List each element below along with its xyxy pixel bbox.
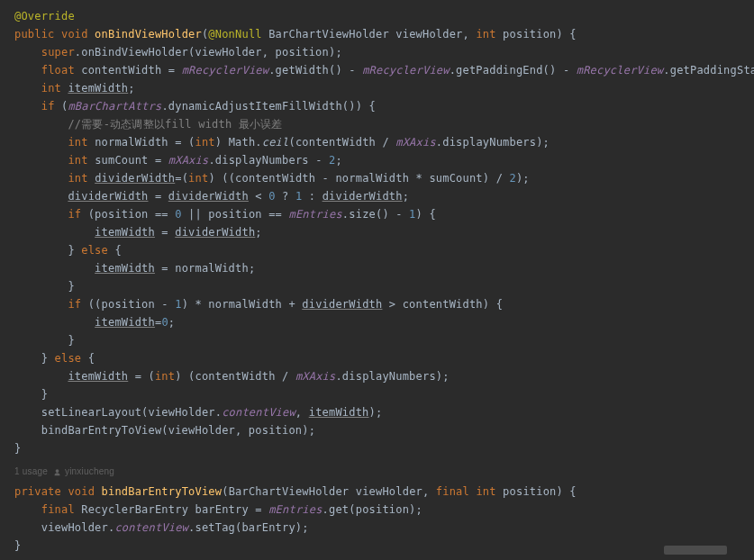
call: .get(position);	[322, 503, 422, 516]
code-line[interactable]: private void bindBarEntryToView(BarChart…	[14, 483, 754, 501]
text: ) {	[416, 208, 436, 221]
code-line[interactable]: bindBarEntryToView(viewHolder, position)…	[14, 421, 754, 439]
code-line[interactable]: }	[14, 277, 754, 295]
field: mXAxis	[395, 136, 436, 149]
brace: {	[81, 352, 95, 365]
var: itemWidth	[95, 262, 155, 275]
person-icon	[53, 468, 61, 476]
code-line[interactable]: viewHolder.contentView.setTag(barEntry);	[14, 519, 754, 537]
var: itemWidth	[309, 406, 369, 419]
code-line[interactable]: itemWidth = (int) (contentWidth / mXAxis…	[14, 367, 754, 385]
code-line[interactable]: } else {	[14, 349, 754, 367]
param: viewHolder	[395, 28, 462, 41]
author-name: yinxiucheng	[65, 466, 114, 476]
type: BarChartViewHolder	[229, 485, 350, 498]
field: contentView	[222, 406, 295, 419]
code-line[interactable]: int itemWidth;	[14, 79, 754, 97]
code-line[interactable]: dividerWidth = dividerWidth < 0 ? 1 : di…	[14, 187, 754, 205]
op: =	[155, 226, 175, 239]
text: viewHolder.	[41, 521, 115, 534]
number: 0	[268, 190, 275, 203]
type: BarChartViewHolder	[268, 28, 389, 41]
semi: );	[516, 172, 530, 185]
brace: }	[41, 352, 55, 365]
brace: }	[14, 442, 21, 455]
op: =(	[175, 172, 188, 185]
brace: }	[14, 539, 21, 552]
code-line[interactable]: @Override	[14, 7, 754, 25]
keyword: if	[68, 208, 81, 221]
code-line[interactable]: if ((position - 1) * normalWidth + divid…	[14, 295, 754, 313]
usage-count: 1 usage	[14, 466, 48, 476]
number: 1	[175, 298, 181, 311]
call: .getWidth() -	[268, 64, 362, 77]
var: normalWidth	[95, 136, 168, 149]
text: = normalWidth;	[155, 262, 255, 275]
text: ) * normalWidth +	[182, 298, 303, 311]
text: ) ((contentWidth - normalWidth * sumCoun…	[208, 172, 509, 185]
var: contentWidth	[81, 64, 161, 77]
var: dividerWidth	[95, 172, 175, 185]
code-line[interactable]: //需要-动态调整以fill width 最小误差	[14, 115, 754, 133]
comment: //需要-动态调整以fill width 最小误差	[68, 118, 282, 131]
method-name: onBindViewHolder	[95, 28, 202, 41]
semi: ;	[128, 82, 134, 95]
args: (contentWidth /	[288, 136, 395, 149]
param: position	[503, 28, 556, 41]
code-line[interactable]: itemWidth = dividerWidth;	[14, 223, 754, 241]
var: dividerWidth	[168, 190, 249, 203]
number: 0	[175, 208, 181, 221]
number: 0	[161, 316, 168, 329]
number: 1	[409, 208, 415, 221]
paren: (	[55, 100, 68, 113]
keyword: public void	[14, 28, 88, 41]
op: = (	[128, 370, 155, 383]
param-annotation: @NonNull	[208, 28, 261, 41]
code-line[interactable]: public void onBindViewHolder(@NonNull Ba…	[14, 25, 754, 43]
code-line[interactable]: itemWidth=0;	[14, 313, 754, 331]
op: || position ==	[182, 208, 289, 221]
code-line[interactable]: } else {	[14, 241, 754, 259]
param: position	[503, 485, 556, 498]
code-line[interactable]: if (mBarChartAttrs.dynamicAdjustItemFill…	[14, 97, 754, 115]
var: barEntry	[195, 503, 249, 516]
code-line[interactable]: }	[14, 537, 754, 555]
code-line[interactable]: int normalWidth = (int) Math.ceil(conten…	[14, 133, 754, 151]
field: mRecyclerView	[182, 64, 269, 77]
code-line[interactable]: float contentWidth = mRecyclerView.getWi…	[14, 61, 754, 79]
static-call: ceil	[262, 136, 289, 149]
keyword: else	[55, 352, 82, 365]
call: bindBarEntryToView(viewHolder, position)…	[41, 424, 315, 437]
code-line[interactable]: int dividerWidth=(int) ((contentWidth - …	[14, 169, 754, 187]
code-line[interactable]: int sumCount = mXAxis.displayNumbers - 2…	[14, 151, 754, 169]
code-line[interactable]: }	[14, 331, 754, 349]
keyword: else	[81, 244, 108, 257]
brace: }	[68, 244, 81, 257]
call: setLinearLayout(viewHolder.	[41, 406, 222, 419]
code-line[interactable]: itemWidth = normalWidth;	[14, 259, 754, 277]
call: .displayNumbers);	[436, 136, 550, 149]
method-name: bindBarEntryToView	[102, 485, 223, 498]
keyword: if	[41, 100, 55, 113]
usages-hint[interactable]: 1 usage yinxiucheng	[14, 463, 754, 481]
var: itemWidth	[95, 316, 155, 329]
field: mRecyclerView	[577, 64, 664, 77]
call: .size() -	[342, 208, 409, 221]
field: mRecyclerView	[362, 64, 450, 77]
semi: );	[369, 406, 383, 419]
code-line[interactable]: }	[14, 385, 754, 403]
text: (position ==	[81, 208, 175, 221]
code-line[interactable]: }	[14, 439, 754, 457]
var: sumCount	[95, 154, 148, 167]
code-line[interactable]: final RecyclerBarEntry barEntry = mEntri…	[14, 501, 754, 519]
keyword: final	[41, 503, 75, 516]
var: dividerWidth	[322, 190, 403, 203]
code-line[interactable]: if (position == 0 || position == mEntrie…	[14, 205, 754, 223]
text: ,	[295, 406, 309, 419]
field: mXAxis	[168, 154, 209, 167]
code-line[interactable]: super.onBindViewHolder(viewHolder, posit…	[14, 43, 754, 61]
text: ((position -	[81, 298, 175, 311]
code-line[interactable]: setLinearLayout(viewHolder.contentView, …	[14, 403, 754, 421]
horizontal-scrollbar-thumb[interactable]	[664, 546, 727, 555]
keyword: int	[68, 136, 87, 149]
